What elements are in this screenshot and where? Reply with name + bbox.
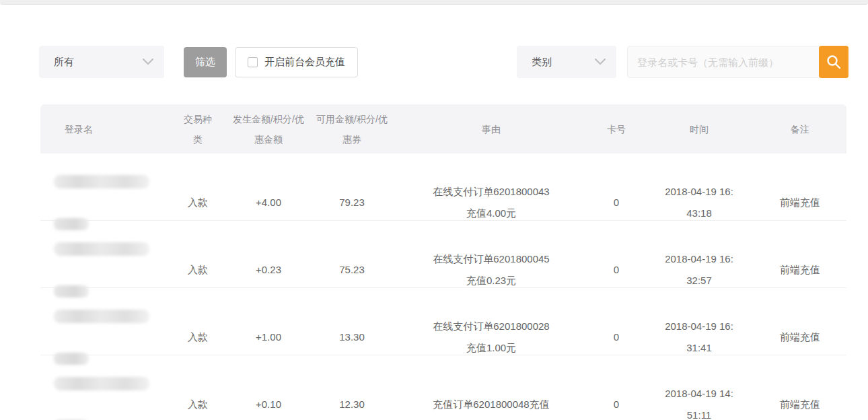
- page: 所有 筛选 开启前台会员充值 类别 登录名 交易种 类 发生金额/积分/优 惠金…: [0, 0, 868, 420]
- category-select[interactable]: 类别: [517, 46, 616, 78]
- cell-card: 0: [588, 326, 645, 348]
- top-edge-strip: [0, 0, 868, 5]
- cell-amount: +1.00: [227, 326, 310, 348]
- redacted-text-blur: [54, 218, 89, 230]
- redacted-text-blur: [54, 285, 89, 298]
- col-header-type: 交易种 类: [168, 109, 227, 149]
- col-header-reason: 事由: [394, 119, 588, 139]
- cell-time: 2018-04-19 16: 32:57: [645, 248, 754, 291]
- table-row: 入款 +0.23 75.23 在线支付订单6201800045 充值0.23元 …: [40, 221, 846, 288]
- front-recharge-checkbox-group[interactable]: 开启前台会员充值: [235, 47, 358, 77]
- col-header-card: 卡号: [588, 119, 645, 139]
- transactions-table: 登录名 交易种 类 发生金额/积分/优 惠金额 可用金额/积分/优 惠券 事由 …: [40, 104, 846, 420]
- category-select-value: 类别: [532, 56, 552, 69]
- cell-type: 入款: [168, 394, 227, 415]
- front-recharge-checkbox[interactable]: [248, 57, 258, 67]
- redacted-text-blur: [54, 310, 149, 323]
- table-row: 入款 +0.10 12.30 充值订单6201800048充值 0 2018-0…: [40, 355, 846, 420]
- cell-type: 入款: [168, 259, 227, 281]
- cell-reason: 在线支付订单6201800028 充值1.00元: [394, 316, 588, 359]
- table-row: 入款 +4.00 79.23 在线支付订单6201800043 充值4.00元 …: [40, 153, 846, 221]
- redacted-text-blur: [54, 353, 89, 365]
- col-header-amount: 发生金额/积分/优 惠金额: [227, 109, 310, 149]
- col-header-login: 登录名: [40, 119, 168, 139]
- cell-available: 75.23: [310, 259, 394, 281]
- cell-note: 前端充值: [754, 326, 846, 348]
- cell-amount: +4.00: [227, 192, 310, 213]
- cell-note: 前端充值: [754, 394, 846, 415]
- cell-reason: 在线支付订单6201800043 充值4.00元: [394, 181, 588, 224]
- magnifier-icon: [826, 54, 842, 70]
- redacted-text-blur: [54, 377, 149, 390]
- cell-time: 2018-04-19 16: 43:18: [645, 181, 754, 224]
- scope-select[interactable]: 所有: [39, 46, 164, 78]
- cell-time: 2018-04-19 16: 31:41: [645, 316, 754, 359]
- filter-button[interactable]: 筛选: [184, 47, 227, 77]
- cell-available: 12.30: [310, 394, 394, 415]
- cell-type: 入款: [168, 326, 227, 348]
- cell-card: 0: [588, 192, 645, 213]
- cell-reason: 充值订单6201800048充值: [394, 394, 588, 415]
- redacted-text-blur: [54, 242, 149, 256]
- col-header-note: 备注: [754, 119, 846, 139]
- col-header-time: 时间: [645, 119, 754, 139]
- chevron-down-icon: [595, 59, 606, 65]
- front-recharge-checkbox-label: 开启前台会员充值: [264, 56, 345, 69]
- cell-card: 0: [588, 394, 645, 415]
- cell-available: 13.30: [310, 326, 394, 348]
- redacted-text-blur: [54, 175, 149, 188]
- cell-available: 79.23: [310, 192, 394, 213]
- table-header: 登录名 交易种 类 发生金额/积分/优 惠金额 可用金额/积分/优 惠券 事由 …: [40, 104, 846, 153]
- cell-amount: +0.23: [227, 259, 310, 281]
- cell-card: 0: [588, 259, 645, 281]
- search-button[interactable]: [819, 46, 848, 78]
- cell-type: 入款: [168, 192, 227, 213]
- cell-note: 前端充值: [754, 192, 846, 213]
- cell-amount: +0.10: [227, 394, 310, 415]
- cell-reason: 在线支付订单6201800045 充值0.23元: [394, 248, 588, 291]
- scope-select-value: 所有: [54, 56, 74, 69]
- table-row: 入款 +1.00 13.30 在线支付订单6201800028 充值1.00元 …: [40, 288, 846, 355]
- login-name-redacted: [40, 355, 168, 420]
- col-header-available: 可用金额/积分/优 惠券: [310, 109, 394, 149]
- search-input[interactable]: [627, 46, 820, 78]
- chevron-down-icon: [143, 59, 153, 65]
- cell-time: 2018-04-19 14: 51:11: [645, 383, 754, 420]
- cell-note: 前端充值: [754, 259, 846, 281]
